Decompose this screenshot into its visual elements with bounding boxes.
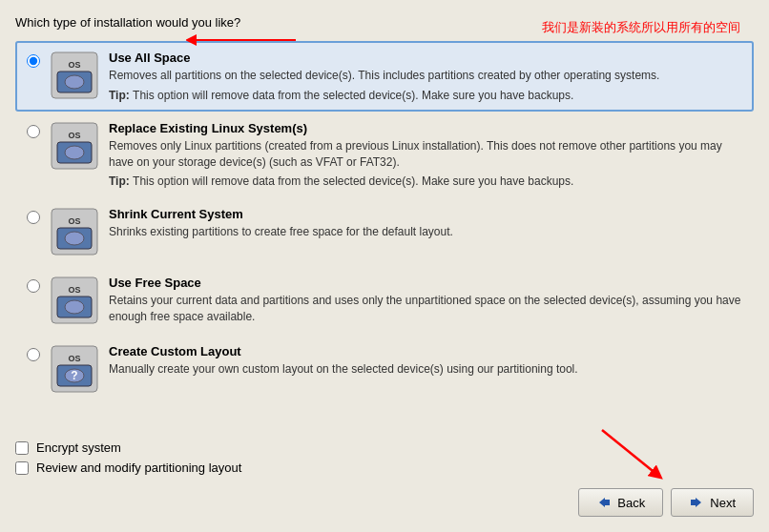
desc-use-all-space: Removes all partitions on the selected d… (109, 68, 742, 84)
title-use-free-space: Use Free Space (109, 276, 742, 290)
text-create-custom: Create Custom LayoutManually create your… (109, 344, 742, 378)
svg-rect-22 (605, 500, 610, 505)
title-create-custom: Create Custom Layout (109, 344, 742, 358)
svg-text:OS: OS (68, 60, 80, 70)
title-shrink-current: Shrink Current System (109, 207, 742, 221)
text-use-all-space: Use All SpaceRemoves all partitions on t… (109, 51, 742, 102)
icon-replace-linux: OS (50, 121, 99, 171)
installation-dialog: 我们是新装的系统所以用所有的空间 Which type of installat… (0, 0, 769, 532)
svg-text:OS: OS (68, 131, 80, 140)
next-label: Next (710, 496, 736, 510)
desc-create-custom: Manually create your own custom layout o… (109, 361, 742, 378)
option-item-create-custom[interactable]: OS?Create Custom LayoutManually create y… (15, 335, 754, 403)
radio-wrap-use-free-space (27, 279, 40, 296)
radio-wrap-create-custom (27, 348, 40, 364)
text-replace-linux: Replace Existing Linux System(s)Removes … (109, 121, 742, 189)
desc-shrink-current: Shrinks existing partitions to create fr… (109, 224, 742, 240)
text-use-free-space: Use Free SpaceRetains your current data … (109, 276, 742, 325)
radio-use-all-space[interactable] (27, 54, 40, 68)
radio-use-free-space[interactable] (27, 279, 40, 293)
svg-point-11 (65, 232, 84, 245)
icon-use-all-space: OS (50, 51, 99, 100)
checkbox-review-modify[interactable] (15, 461, 29, 475)
desc-use-free-space: Retains your current data and partitions… (109, 293, 742, 325)
next-button[interactable]: Next (671, 488, 754, 517)
svg-marker-21 (599, 498, 605, 507)
radio-wrap-use-all-space (27, 54, 40, 71)
radio-wrap-shrink-current (27, 211, 40, 227)
title-use-all-space: Use All Space (109, 51, 742, 65)
back-button[interactable]: Back (578, 488, 663, 517)
radio-wrap-replace-linux (27, 125, 40, 141)
tip-use-all-space: Tip: This option will remove data from t… (109, 89, 742, 102)
svg-text:?: ? (71, 369, 77, 382)
tip-replace-linux: Tip: This option will remove data from t… (109, 174, 742, 188)
option-item-shrink-current[interactable]: OSShrink Current SystemShrinks existing … (15, 197, 754, 266)
svg-text:OS: OS (68, 216, 80, 226)
radio-replace-linux[interactable] (27, 125, 40, 138)
options-list: OSUse All SpaceRemoves all partitions on… (15, 41, 754, 431)
next-icon (689, 495, 704, 510)
checkbox-row-encrypt-system: Encrypt system (15, 440, 754, 455)
desc-replace-linux: Removes only Linux partitions (created f… (109, 138, 742, 171)
back-label: Back (617, 496, 645, 510)
svg-rect-24 (691, 500, 696, 505)
svg-point-15 (65, 300, 84, 314)
back-icon (596, 495, 612, 510)
svg-point-3 (65, 75, 84, 89)
checkbox-label-encrypt-system: Encrypt system (36, 440, 121, 455)
option-item-use-free-space[interactable]: OSUse Free SpaceRetains your current dat… (15, 266, 754, 335)
radio-create-custom[interactable] (27, 348, 40, 361)
checkbox-label-review-modify: Review and modify partitioning layout (36, 460, 241, 475)
option-item-use-all-space[interactable]: OSUse All SpaceRemoves all partitions on… (15, 41, 754, 112)
footer-buttons: Back Next (15, 488, 754, 517)
icon-shrink-current: OS (50, 207, 99, 256)
svg-text:OS: OS (68, 354, 80, 363)
svg-point-7 (65, 146, 84, 159)
radio-shrink-current[interactable] (27, 211, 40, 224)
checkbox-row-review-modify: Review and modify partitioning layout (15, 460, 754, 475)
dialog-question: Which type of installation would you lik… (15, 15, 754, 30)
icon-create-custom: OS? (50, 344, 99, 394)
option-item-replace-linux[interactable]: OSReplace Existing Linux System(s)Remove… (15, 112, 754, 198)
svg-text:OS: OS (68, 285, 80, 295)
checkbox-encrypt-system[interactable] (15, 441, 29, 455)
icon-use-free-space: OS (50, 276, 99, 325)
title-replace-linux: Replace Existing Linux System(s) (109, 121, 742, 135)
text-shrink-current: Shrink Current SystemShrinks existing pa… (109, 207, 742, 240)
svg-marker-23 (696, 498, 701, 507)
checkboxes-section: Encrypt systemReview and modify partitio… (15, 440, 754, 475)
